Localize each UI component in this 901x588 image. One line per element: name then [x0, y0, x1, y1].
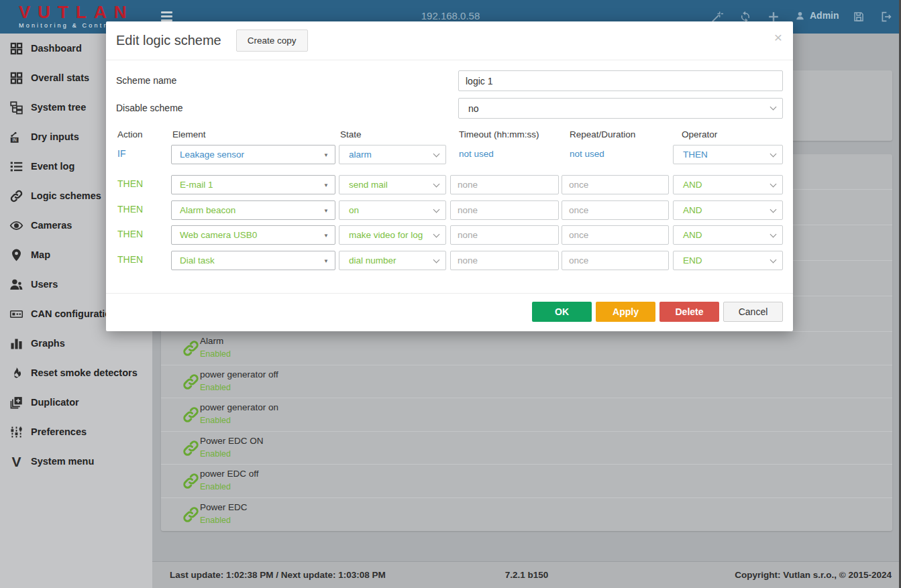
scheme-name: power generator off: [200, 369, 278, 379]
dropdown-arrow-icon: ▼: [323, 233, 329, 239]
scheme-status: Enabled: [200, 516, 231, 525]
list-item-power-edc[interactable]: Power EDCEnabled: [161, 498, 892, 531]
action-label: THEN: [117, 229, 143, 239]
sidebar-item-label: Reset smoke detectors: [31, 367, 138, 378]
column-header-element: Element: [172, 129, 206, 139]
list-item-alarm[interactable]: AlarmEnabled: [161, 332, 892, 365]
element-dropdown[interactable]: E-mail 1 ▼: [171, 175, 335, 194]
scheme-name-label: Scheme name: [116, 70, 176, 91]
scheme-name-input[interactable]: [458, 70, 783, 91]
column-header-operator: Operator: [682, 129, 717, 139]
timeout-input[interactable]: [450, 225, 559, 245]
element-dropdown[interactable]: Dial task ▼: [171, 251, 335, 270]
footer: Last update: 1:02:38 PM / Next update: 1…: [152, 561, 901, 588]
logout-icon[interactable]: [880, 11, 892, 23]
can-module-icon: [9, 307, 23, 321]
grid-icon: [9, 42, 23, 56]
delete-button[interactable]: Delete: [659, 302, 719, 322]
scheme-status: Enabled: [200, 416, 231, 425]
operator-select[interactable]: AND: [673, 225, 783, 245]
timeout-input[interactable]: [450, 175, 559, 194]
dropdown-arrow-icon: ▼: [323, 258, 329, 264]
timeout-input[interactable]: [450, 200, 559, 220]
dry-inputs-icon: IN: [9, 130, 23, 144]
apply-button[interactable]: Apply: [596, 302, 655, 322]
scheme-name: Power EDC: [200, 502, 248, 512]
link-icon: [182, 373, 200, 391]
action-label: THEN: [117, 178, 143, 189]
list-item-power-edc-on[interactable]: Power EDC ONEnabled: [161, 432, 892, 465]
svg-text:V: V: [11, 455, 21, 469]
operator-select[interactable]: END: [673, 251, 783, 270]
dialog-title: Edit logic scheme: [116, 33, 221, 48]
sidebar-item-label: System menu: [31, 456, 94, 467]
sidebar-item-duplicator[interactable]: Duplicator: [0, 388, 152, 417]
sidebar-item-system-menu[interactable]: VSystem menu: [0, 447, 152, 476]
scheme-status: Enabled: [200, 482, 231, 491]
dropdown-arrow-icon: ▼: [323, 152, 329, 158]
dialog-header: Edit logic scheme Create copy: [106, 21, 793, 60]
element-dropdown[interactable]: Leakage sensor ▼: [171, 145, 335, 164]
dialog-footer-divider: [106, 293, 793, 294]
sidebar-item-preferences[interactable]: Preferences: [0, 417, 152, 447]
repeat-input[interactable]: [562, 251, 669, 270]
link-icon: [182, 472, 200, 490]
logic-row-then: THEN Dial task ▼ dial number END: [106, 251, 793, 270]
dialog-buttons: OK Apply Delete Cancel: [532, 302, 783, 322]
dropdown-arrow-icon: ▼: [323, 208, 329, 214]
sidebar-item-graphs[interactable]: Graphs: [0, 329, 152, 358]
sidebar-item-label: CAN configuration: [31, 308, 117, 319]
repeat-input[interactable]: [562, 175, 669, 194]
dropdown-arrow-icon: ▼: [323, 182, 329, 188]
user-icon: [795, 11, 805, 21]
tree-icon: [9, 101, 23, 115]
list-item-power-edc-off[interactable]: power EDC offEnabled: [161, 465, 892, 498]
timeout-input[interactable]: [450, 251, 559, 270]
repeat-value: not used: [570, 149, 604, 159]
device-ip-address: 192.168.0.58: [0, 10, 901, 21]
sidebar-item-label: Cameras: [31, 220, 72, 231]
action-label: IF: [117, 148, 125, 159]
eye-icon: [9, 219, 23, 233]
state-select[interactable]: send mail: [339, 175, 446, 194]
close-icon[interactable]: ×: [774, 30, 782, 44]
users-icon: [9, 278, 23, 292]
timeout-value: not used: [459, 149, 494, 159]
state-select[interactable]: dial number: [339, 251, 446, 270]
bar-chart-icon: [9, 337, 23, 351]
user-menu[interactable]: Admin: [795, 10, 839, 21]
operator-select[interactable]: AND: [673, 200, 783, 220]
save-icon[interactable]: [853, 11, 865, 23]
logic-row-if: IF Leakage sensor ▼ alarm not used not u…: [106, 145, 793, 164]
column-header-repeat: Repeat/Duration: [570, 129, 635, 139]
repeat-input[interactable]: [562, 225, 669, 245]
element-dropdown[interactable]: Web camera USB0 ▼: [171, 225, 335, 245]
edit-logic-scheme-dialog: Edit logic scheme Create copy × Scheme n…: [106, 21, 793, 331]
element-dropdown[interactable]: Alarm beacon ▼: [171, 200, 335, 220]
logic-row-then: THEN E-mail 1 ▼ send mail AND: [106, 175, 793, 194]
disable-scheme-select[interactable]: no: [458, 98, 783, 119]
list-item-power-generator-on[interactable]: power generator onEnabled: [161, 398, 892, 432]
action-label: THEN: [117, 254, 143, 265]
footer-copyright: Copyright: Vutlan s.r.o., © 2015-2024: [735, 570, 892, 580]
scheme-name: Alarm: [200, 336, 223, 346]
operator-select[interactable]: THEN: [673, 145, 783, 164]
ok-button[interactable]: OK: [532, 302, 592, 322]
column-header-action: Action: [117, 129, 143, 139]
repeat-input[interactable]: [562, 200, 669, 220]
sidebar-item-label: Duplicator: [31, 397, 79, 408]
list-item-power-generator-off[interactable]: power generator offEnabled: [161, 365, 892, 399]
link-icon: [182, 506, 200, 524]
state-select[interactable]: make video for log: [339, 225, 446, 245]
create-copy-button[interactable]: Create copy: [236, 30, 308, 52]
state-select[interactable]: alarm: [339, 145, 446, 164]
operator-select[interactable]: AND: [673, 175, 783, 194]
sidebar-item-reset-smoke-detectors[interactable]: Reset smoke detectors: [0, 358, 152, 388]
map-pin-icon: [9, 248, 23, 262]
column-header-timeout: Timeout (hh:mm:ss): [459, 129, 539, 139]
scheme-name: power EDC off: [200, 469, 259, 479]
state-select[interactable]: on: [339, 200, 446, 220]
logic-row-then: THEN Alarm beacon ▼ on AND: [106, 200, 793, 220]
scheme-name: Power EDC ON: [200, 436, 264, 446]
cancel-button[interactable]: Cancel: [723, 302, 783, 322]
